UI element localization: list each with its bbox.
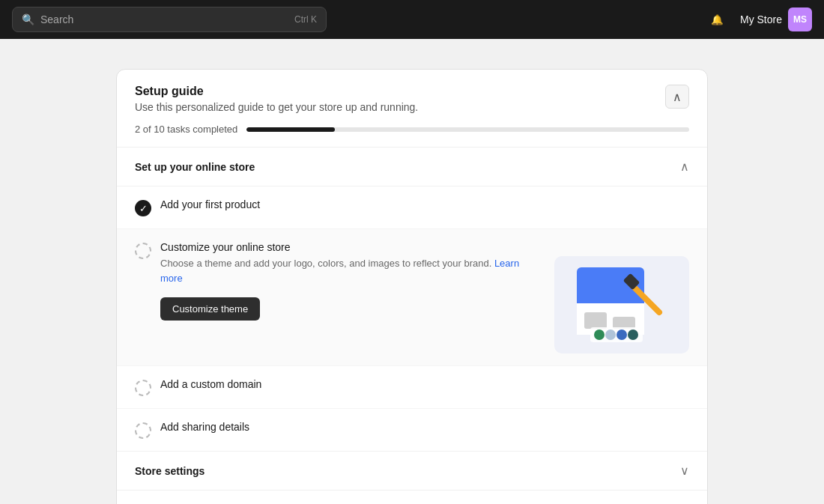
setup-guide-title: Setup guide bbox=[135, 85, 418, 98]
section-title-store-settings: Store settings bbox=[135, 465, 205, 477]
theme-illustration-svg bbox=[562, 260, 682, 350]
svg-rect-4 bbox=[584, 312, 607, 329]
task-check-icon-custom-domain bbox=[135, 380, 151, 396]
main-content: Setup guide Use this personalized guide … bbox=[0, 39, 824, 504]
task-title-customize-store: Customize your online store bbox=[160, 241, 689, 253]
progress-bar-fill bbox=[246, 127, 335, 132]
task-title-custom-domain: Add a custom domain bbox=[160, 378, 689, 390]
search-bar[interactable]: 🔍 Search Ctrl K bbox=[12, 7, 327, 32]
collapse-setup-button[interactable]: ∧ bbox=[665, 85, 689, 109]
svg-point-12 bbox=[628, 330, 638, 340]
task-description-area: Choose a theme and add your logo, colors… bbox=[160, 256, 542, 321]
setup-guide-text: Setup guide Use this personalized guide … bbox=[135, 85, 418, 113]
task-title-first-product: Add your first product bbox=[160, 198, 689, 210]
search-shortcut: Ctrl K bbox=[294, 14, 317, 25]
topbar-right: 🔔 My Store MS bbox=[704, 6, 812, 33]
task-list: ✓ Add your first product Customize your … bbox=[117, 186, 707, 452]
svg-point-10 bbox=[605, 330, 616, 340]
svg-point-11 bbox=[617, 330, 627, 340]
chevron-up-icon: ∧ bbox=[673, 90, 682, 104]
task-check-icon-customize-store bbox=[135, 243, 151, 259]
progress-row: 2 of 10 tasks completed bbox=[135, 124, 689, 135]
topbar: 🔍 Search Ctrl K 🔔 My Store MS bbox=[0, 0, 824, 39]
search-icon: 🔍 bbox=[22, 13, 34, 25]
task-item-first-product[interactable]: ✓ Add your first product bbox=[117, 186, 707, 229]
search-placeholder: Search bbox=[40, 13, 73, 25]
learn-more-link[interactable]: Learn more bbox=[160, 258, 519, 284]
task-check-icon-first-product: ✓ bbox=[135, 200, 151, 216]
chevron-up-icon-section: ∧ bbox=[680, 160, 689, 174]
task-content-custom-domain: Add a custom domain bbox=[160, 378, 689, 393]
section-header-store-settings[interactable]: Store settings ∨ bbox=[117, 452, 707, 491]
notifications-button[interactable]: 🔔 bbox=[704, 6, 731, 33]
section-header-launch-store[interactable]: Launch your online store ∨ bbox=[117, 491, 707, 504]
customize-illustration bbox=[554, 256, 689, 353]
task-item-customize-store[interactable]: Customize your online store Choose a the… bbox=[117, 229, 707, 366]
chevron-down-icon-settings: ∨ bbox=[680, 464, 689, 478]
bell-icon: 🔔 bbox=[711, 14, 724, 25]
section-header-online-store[interactable]: Set up your online store ∧ bbox=[117, 148, 707, 186]
task-check-icon-sharing bbox=[135, 422, 151, 439]
customize-theme-button[interactable]: Customize theme bbox=[160, 297, 260, 321]
task-content-sharing: Add sharing details bbox=[160, 421, 689, 436]
setup-guide-card: Setup guide Use this personalized guide … bbox=[116, 69, 708, 504]
task-content-first-product: Add your first product bbox=[160, 198, 689, 213]
progress-bar-background bbox=[246, 127, 689, 132]
setup-guide-subtitle: Use this personalized guide to get your … bbox=[135, 101, 418, 113]
store-selector[interactable]: My Store MS bbox=[740, 7, 812, 31]
svg-point-9 bbox=[594, 330, 605, 340]
section-title-online-store: Set up your online store bbox=[135, 161, 255, 173]
progress-label: 2 of 10 tasks completed bbox=[135, 124, 237, 135]
avatar: MS bbox=[788, 7, 812, 31]
setup-guide-header: Setup guide Use this personalized guide … bbox=[117, 70, 707, 148]
svg-rect-5 bbox=[613, 317, 635, 329]
task-item-custom-domain[interactable]: Add a custom domain bbox=[117, 366, 707, 409]
task-content-customize-store: Customize your online store Choose a the… bbox=[160, 241, 689, 353]
task-title-sharing: Add sharing details bbox=[160, 421, 689, 433]
task-active-content: Choose a theme and add your logo, colors… bbox=[160, 256, 689, 353]
task-item-sharing-details[interactable]: Add sharing details bbox=[117, 409, 707, 451]
store-name: My Store bbox=[740, 13, 782, 25]
task-desc-customize: Choose a theme and add your logo, colors… bbox=[160, 256, 542, 285]
